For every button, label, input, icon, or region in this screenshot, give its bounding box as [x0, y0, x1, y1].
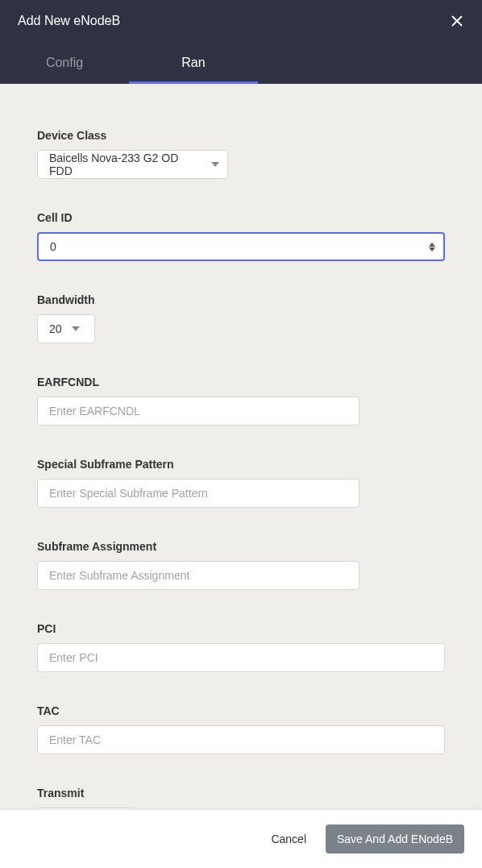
special-subframe-label: Special Subframe Pattern — [37, 458, 445, 471]
dialog-header: Add New eNodeB — [0, 0, 482, 41]
field-pci: PCI — [37, 622, 445, 672]
select-value: Baicells Nova-233 G2 OD FDD — [49, 152, 202, 177]
cell-id-stepper[interactable]: 0 — [37, 232, 445, 261]
chevron-down-icon — [211, 162, 219, 167]
cancel-button[interactable]: Cancel — [268, 826, 310, 852]
bandwidth-select[interactable]: 20 — [37, 314, 95, 343]
save-button[interactable]: Save And Add ENodeB — [326, 824, 464, 853]
close-icon[interactable] — [450, 14, 464, 28]
field-earfcndl: EARFCNDL — [37, 376, 445, 426]
tac-label: TAC — [37, 704, 445, 717]
form-area: Device Class Baicells Nova-233 G2 OD FDD… — [0, 84, 482, 809]
device-class-label: Device Class — [37, 129, 445, 142]
earfcndl-input[interactable] — [37, 397, 359, 426]
chevron-down-icon — [72, 326, 80, 331]
earfcndl-label: EARFCNDL — [37, 376, 445, 388]
device-class-select[interactable]: Baicells Nova-233 G2 OD FDD — [37, 150, 228, 179]
pci-input[interactable] — [37, 643, 445, 672]
tac-input[interactable] — [37, 725, 445, 754]
field-transmit: Transmit Disabled — [37, 787, 445, 809]
dialog-title: Add New eNodeB — [18, 14, 120, 28]
tab-label: Ran — [181, 56, 205, 70]
field-bandwidth: Bandwidth 20 — [37, 293, 445, 343]
field-cell-id: Cell ID 0 — [37, 211, 445, 261]
tab-bar: Config Ran — [0, 41, 482, 84]
stepper-arrows-icon[interactable] — [429, 243, 435, 251]
field-tac: TAC — [37, 704, 445, 754]
tab-ran[interactable]: Ran — [129, 41, 258, 84]
field-special-subframe: Special Subframe Pattern — [37, 458, 445, 508]
subframe-assignment-input[interactable] — [37, 561, 359, 590]
cell-id-label: Cell ID — [37, 211, 445, 224]
subframe-assignment-label: Subframe Assignment — [37, 540, 445, 553]
field-subframe-assignment: Subframe Assignment — [37, 540, 445, 590]
pci-label: PCI — [37, 622, 445, 635]
select-value: 20 — [49, 322, 62, 335]
transmit-label: Transmit — [37, 787, 445, 799]
dialog-footer: Cancel Save And Add ENodeB — [0, 809, 482, 868]
tab-label: Config — [46, 56, 83, 70]
stepper-value: 0 — [50, 240, 429, 253]
tab-config[interactable]: Config — [0, 41, 129, 84]
special-subframe-input[interactable] — [37, 479, 359, 508]
field-device-class: Device Class Baicells Nova-233 G2 OD FDD — [37, 129, 445, 179]
bandwidth-label: Bandwidth — [37, 293, 445, 306]
